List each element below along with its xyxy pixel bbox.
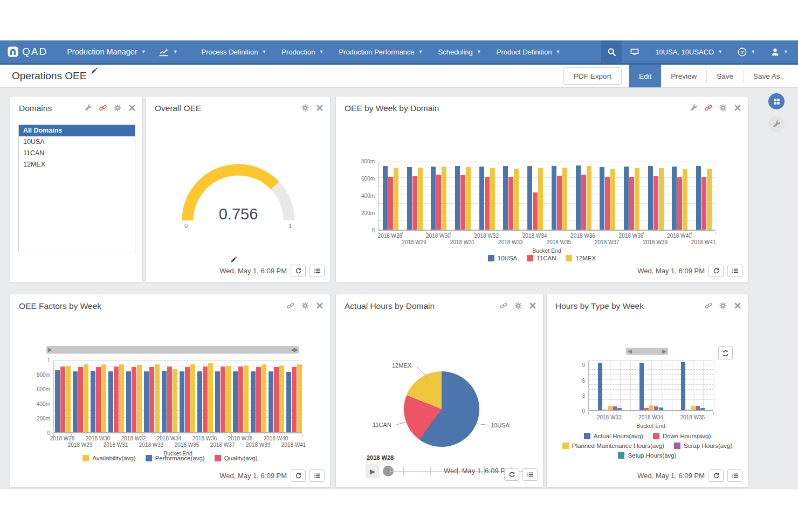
legend-swatch — [653, 433, 659, 439]
bar-10USA — [552, 166, 556, 230]
edit-pencil-icon[interactable] — [230, 257, 237, 263]
link-icon[interactable] — [99, 104, 107, 112]
legend-item[interactable]: 12MEX — [566, 255, 596, 261]
refresh-button[interactable] — [708, 469, 724, 482]
bar-Actual Hours(avg) — [639, 363, 644, 410]
close-icon[interactable] — [316, 104, 324, 112]
bar-11CAN — [436, 175, 441, 230]
inbox-button[interactable] — [622, 40, 648, 63]
wrench-icon[interactable] — [85, 104, 92, 112]
refresh-button[interactable] — [504, 468, 519, 481]
domain-list-item[interactable]: 12MEX — [19, 159, 135, 170]
preview-button[interactable]: Preview — [661, 65, 706, 87]
bar-12MEX — [683, 169, 687, 230]
menu-dashboard-chart[interactable]: ▼ — [150, 40, 185, 63]
gear-icon[interactable] — [114, 104, 121, 112]
menu-production-manager[interactable]: Production Manager▼ — [59, 40, 150, 63]
link-icon[interactable] — [500, 302, 507, 309]
pdf-export-button[interactable]: PDF Export — [563, 67, 622, 85]
hours-by-type-panel: Hours by Type by Week ◀ ▶ 03692018 W3320… — [546, 294, 748, 488]
legend-item[interactable]: 10USA — [488, 255, 517, 261]
search-button[interactable] — [601, 40, 622, 63]
gear-icon[interactable] — [514, 302, 522, 309]
detail-list-button[interactable] — [522, 468, 538, 481]
bar-Scrap Hours(avg) — [696, 406, 700, 410]
save-as-button[interactable]: Save As.. — [744, 65, 794, 87]
legend-swatch — [527, 255, 533, 261]
domain-list-item[interactable]: 10USA — [19, 136, 135, 148]
bar-12MEX — [635, 168, 639, 230]
detail-list-button[interactable] — [727, 265, 742, 277]
bar-12MEX — [418, 168, 423, 230]
bar-Quality(avg) — [256, 367, 261, 432]
bar-Quality(avg) — [185, 367, 190, 433]
menu-production[interactable]: Production▼ — [274, 40, 331, 63]
legend-item[interactable]: Scrap Hours(avg) — [674, 443, 732, 449]
qad-logo[interactable]: QAD — [8, 46, 47, 58]
x-axis-tick-label: 2018 W35 — [170, 442, 204, 448]
bar-Availability(avg) — [66, 366, 71, 432]
settings-wrench-button[interactable] — [768, 116, 785, 132]
domains-panel: Domains All Domains10USA11CAN12MEX — [10, 96, 143, 283]
bar-11CAN — [557, 176, 562, 230]
detail-list-button[interactable] — [309, 469, 325, 482]
refresh-timestamp: Wed, May 1, 6:09 PM — [219, 267, 287, 275]
legend-item[interactable]: Down Hours(avg) — [653, 433, 711, 439]
legend-item[interactable]: Actual Hours(avg) — [584, 433, 643, 439]
refresh-icon — [713, 472, 720, 479]
bar-11CAN — [629, 177, 634, 230]
qad-logo-icon — [8, 46, 18, 57]
legend-item[interactable]: Availability(avg) — [82, 455, 135, 461]
menu-product-definition[interactable]: Product Definition▼ — [489, 40, 568, 63]
menu-scheduling[interactable]: Scheduling▼ — [431, 40, 489, 63]
legend-item[interactable]: Quality(avg) — [215, 455, 258, 461]
oee-factors-panel: OEE Factors by Week ▶ ◀▶ 0200m400m600m80… — [10, 294, 331, 488]
menu-process-definition[interactable]: Process Definition▼ — [194, 40, 274, 63]
frame-label: 2018 W28 — [367, 454, 394, 461]
save-button[interactable]: Save — [707, 65, 743, 87]
bar-Performance(avg) — [55, 370, 60, 432]
close-icon[interactable] — [529, 302, 536, 309]
x-axis-tick-label: 2018 W33 — [135, 442, 168, 448]
list-icon — [314, 267, 321, 274]
refresh-button[interactable] — [291, 265, 306, 277]
wrench-icon — [773, 120, 781, 128]
domain-list-item[interactable]: All Domains — [19, 125, 135, 136]
close-icon[interactable] — [128, 104, 136, 112]
bar-Quality(avg) — [78, 367, 83, 432]
menu-production-performance[interactable]: Production Performance▼ — [331, 40, 430, 63]
company-selector[interactable]: 10USA, 10USACO▼ — [648, 40, 730, 63]
legend-item[interactable]: Planned Maintenance Hours(avg) — [562, 443, 664, 449]
user-menu[interactable]: ▼ — [763, 40, 798, 63]
refresh-button[interactable] — [708, 265, 724, 277]
legend-item[interactable]: 11CAN — [527, 255, 556, 261]
list-icon — [732, 267, 739, 274]
legend-item[interactable]: Performance(avg) — [146, 455, 205, 461]
bar-12MEX — [707, 169, 712, 230]
bar-12MEX — [466, 167, 471, 230]
edit-title-pencil-icon[interactable] — [91, 68, 97, 74]
bar-Quality(avg) — [114, 367, 119, 432]
legend-swatch — [146, 455, 152, 461]
bar-10USA — [407, 167, 412, 230]
refresh-button[interactable] — [291, 469, 306, 482]
legend-swatch — [618, 452, 624, 459]
play-button[interactable]: ▶ — [366, 464, 380, 478]
domain-list-item[interactable]: 11CAN — [19, 148, 135, 159]
bar-Scrap Hours(avg) — [654, 406, 658, 411]
bar-Quality(avg) — [203, 367, 208, 432]
gear-icon[interactable] — [301, 104, 309, 112]
qad-dashboard-app: QAD Production Manager▼ ▼ Process Defini… — [0, 0, 798, 532]
widget-grid-button[interactable] — [768, 93, 785, 109]
detail-list-button[interactable] — [727, 469, 742, 482]
bar-Availability(avg) — [155, 364, 160, 432]
legend-label: 12MEX — [575, 255, 596, 261]
edit-button[interactable]: Edit — [629, 65, 661, 87]
detail-list-button[interactable] — [309, 265, 325, 277]
bar-Quality(avg) — [292, 367, 297, 433]
legend-item[interactable]: Setup Hours(avg) — [618, 452, 676, 459]
chart-legend: Actual Hours(avg)Down Hours(avg)Planned … — [561, 433, 734, 459]
help-menu[interactable]: ▼ — [730, 40, 763, 63]
bar-Performance(avg) — [286, 372, 291, 432]
y-axis-tick-label: 200m — [29, 416, 50, 422]
